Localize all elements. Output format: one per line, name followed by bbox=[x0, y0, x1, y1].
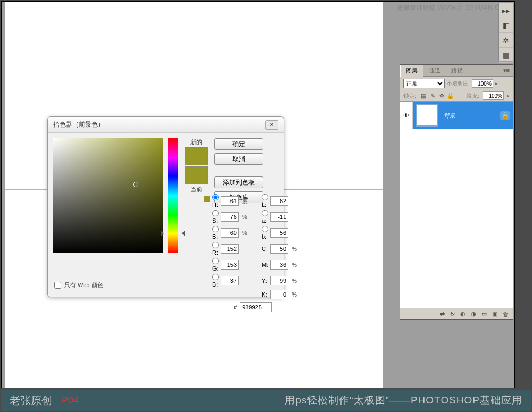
layer-name[interactable]: 背景 bbox=[444, 112, 455, 120]
input-l[interactable] bbox=[270, 196, 288, 206]
current-color-label: 当前 bbox=[190, 186, 202, 194]
adjustment-icon[interactable]: ◑ bbox=[471, 310, 476, 317]
tab-layers[interactable]: 图层 bbox=[400, 65, 423, 77]
radio-g[interactable] bbox=[212, 258, 219, 264]
layers-footer: ⇌ fx ◐ ◑ ▭ ▣ 🗑 bbox=[400, 308, 513, 319]
radio-s[interactable] bbox=[212, 210, 219, 216]
fx-icon[interactable]: fx bbox=[450, 311, 455, 317]
input-g[interactable] bbox=[221, 260, 239, 270]
gear-icon[interactable]: ✲ bbox=[499, 33, 513, 48]
expand-icon[interactable]: ▸▸ bbox=[499, 3, 513, 18]
layers-panel: 图层 通道 路径 ▾≡ 正常 不透明度: ▸ 锁定: ▦ ✎ ✥ 🔒 填充: ▸ bbox=[400, 64, 513, 320]
ok-button[interactable]: 确定 bbox=[214, 138, 263, 150]
input-c[interactable] bbox=[270, 244, 288, 254]
input-y[interactable] bbox=[270, 276, 288, 285]
lock-row: 锁定: ▦ ✎ ✥ 🔒 填充: ▸ bbox=[400, 90, 513, 102]
web-only-input[interactable] bbox=[54, 282, 61, 289]
trash-icon[interactable]: 🗑 bbox=[503, 311, 509, 317]
panel-tabs: 图层 通道 路径 ▾≡ bbox=[400, 65, 513, 77]
lock-label: 锁定: bbox=[403, 92, 417, 100]
new-color-label: 新的 bbox=[190, 138, 202, 146]
opacity-input[interactable] bbox=[472, 79, 493, 88]
history-icon[interactable]: ◧ bbox=[499, 18, 513, 33]
lock-all-icon[interactable]: 🔒 bbox=[447, 93, 454, 99]
footer-author: 老张原创 bbox=[10, 393, 52, 408]
mask-icon[interactable]: ◐ bbox=[460, 310, 466, 317]
add-swatch-button[interactable]: 添加到色板 bbox=[214, 176, 263, 188]
input-m[interactable] bbox=[270, 260, 288, 270]
fill-label: 填充: bbox=[466, 92, 479, 100]
footer-bar: 老张原创 P04 用ps轻松制作“太极图”——PHOTOSHOP基础应用 bbox=[1, 390, 531, 411]
doc-icon[interactable]: ▤ bbox=[499, 48, 513, 63]
input-s[interactable] bbox=[221, 212, 239, 222]
layer-item[interactable]: 👁 背景 🔒 bbox=[400, 102, 513, 129]
gamut-warning-swatch[interactable] bbox=[204, 196, 210, 202]
right-tool-strip: ▸▸ ◧ ✲ ▤ bbox=[498, 3, 513, 61]
radio-h[interactable] bbox=[212, 194, 219, 200]
color-field[interactable] bbox=[53, 138, 163, 253]
layer-thumbnail[interactable] bbox=[416, 104, 438, 127]
lock-transparent-icon[interactable]: ▦ bbox=[420, 93, 427, 99]
input-a[interactable] bbox=[270, 212, 288, 222]
input-rgb-b[interactable] bbox=[221, 276, 239, 285]
radio-l[interactable] bbox=[262, 194, 268, 200]
lock-position-icon[interactable]: ✥ bbox=[438, 93, 445, 99]
radio-r[interactable] bbox=[212, 242, 219, 248]
hue-handle[interactable] bbox=[165, 232, 180, 234]
fill-input[interactable] bbox=[483, 91, 504, 100]
input-r[interactable] bbox=[221, 244, 239, 254]
web-only-checkbox[interactable]: 只有 Web 颜色 bbox=[54, 281, 103, 289]
layer-list: 👁 背景 🔒 bbox=[400, 102, 513, 308]
blend-mode-select[interactable]: 正常 bbox=[403, 79, 445, 88]
layer-options-row: 正常 不透明度: ▸ bbox=[400, 77, 513, 90]
lock-paint-icon[interactable]: ✎ bbox=[429, 93, 436, 99]
new-color-swatch bbox=[185, 147, 208, 165]
input-hex[interactable] bbox=[240, 302, 272, 312]
hex-label: # bbox=[234, 304, 237, 310]
layer-lock-icon: 🔒 bbox=[500, 111, 510, 120]
panel-menu-icon[interactable]: ▾≡ bbox=[500, 67, 513, 74]
color-values: H:度 L: S:% a: B:% b: R: C:% G: M:% B: Y:… bbox=[212, 194, 297, 312]
opacity-flyout-icon[interactable]: ▸ bbox=[495, 81, 498, 86]
cancel-button[interactable]: 取消 bbox=[214, 153, 263, 165]
color-picker-dialog: 拾色器（前景色） ✕ 新的 当前 确定 取消 添加到色板 颜色库 H:度 L: bbox=[47, 116, 284, 297]
eye-icon[interactable]: 👁 bbox=[403, 112, 409, 119]
input-lab-b[interactable] bbox=[270, 228, 288, 238]
footer-title: 用ps轻松制作“太极图”——PHOTOSHOP基础应用 bbox=[285, 393, 522, 407]
current-color-swatch[interactable] bbox=[185, 166, 208, 184]
group-icon[interactable]: ▭ bbox=[481, 310, 487, 317]
dialog-titlebar[interactable]: 拾色器（前景色） ✕ bbox=[48, 117, 284, 133]
close-icon[interactable]: ✕ bbox=[265, 120, 278, 130]
watermark: 思缘设计论坛 WWW.MISSYUAN.COM bbox=[397, 4, 510, 12]
input-b[interactable] bbox=[221, 228, 239, 238]
input-k[interactable] bbox=[270, 290, 288, 299]
radio-lab-b[interactable] bbox=[262, 226, 268, 232]
tab-paths[interactable]: 路径 bbox=[446, 65, 468, 76]
tab-channels[interactable]: 通道 bbox=[423, 65, 446, 76]
radio-b[interactable] bbox=[212, 226, 219, 232]
footer-page: P04 bbox=[62, 395, 79, 406]
dialog-title: 拾色器（前景色） bbox=[53, 120, 104, 129]
opacity-label: 不透明度: bbox=[447, 80, 470, 87]
input-h[interactable] bbox=[221, 196, 239, 206]
color-field-cursor[interactable] bbox=[133, 182, 138, 187]
radio-rgb-b[interactable] bbox=[212, 274, 219, 280]
new-layer-icon[interactable]: ▣ bbox=[492, 310, 497, 317]
radio-a[interactable] bbox=[262, 210, 268, 216]
fill-flyout-icon[interactable]: ▸ bbox=[507, 93, 510, 98]
hue-slider[interactable] bbox=[168, 138, 178, 253]
link-layers-icon[interactable]: ⇌ bbox=[440, 310, 445, 317]
